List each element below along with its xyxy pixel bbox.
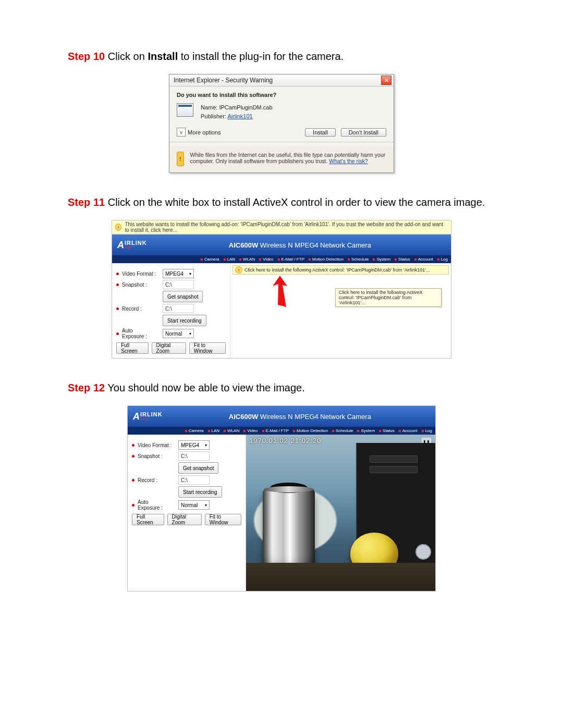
full-screen-button[interactable]: Full Screen [132,514,164,525]
camera-title: AIC600W Wireless N MPEG4 Network Camera [170,413,430,421]
camera-image: 1970.01.02 21:02:20 ❚❚ ■ ◎ [246,435,435,591]
nav-schedule[interactable]: Schedule [332,428,353,433]
nav-wlan[interactable]: WLAN [224,428,239,433]
nav-motion[interactable]: Motion Detection [309,257,344,262]
more-options[interactable]: v More options [177,128,221,137]
scene-steel-mug [263,488,315,576]
camera-nav: Camera LAN WLAN Video E-Mail / FTP Motio… [128,427,435,435]
activex-install-bar-text: This website wants to install the follow… [125,221,448,233]
full-screen-button[interactable]: Full Screen [116,342,149,354]
nav-video[interactable]: Video [259,257,273,262]
camera-ui-live: A IRLINK 101 AIC600W Wireless N MPEG4 Ne… [127,405,436,591]
nav-log[interactable]: Log [422,428,432,433]
nav-camera[interactable]: Camera [201,257,219,262]
activex-install-bar[interactable]: ! This website wants to install the foll… [112,220,451,235]
nav-wlan[interactable]: WLAN [239,257,255,262]
nav-lan[interactable]: LAN [224,257,236,262]
auto-exposure-label: AutoExposure : [138,499,175,511]
dialog-question: Do you want to install this software? [177,92,386,98]
step11-text: Step 11 Click on the white box to instal… [68,194,495,211]
file-icon [177,103,193,117]
activex-mini-bar[interactable]: ! Click here to install the following Ac… [232,265,449,275]
scene-lemon [350,533,398,575]
camera-sidebar: Video Format : MPEG4 Snapshot : C:\ Get … [128,435,246,591]
nav-account[interactable]: Account [399,428,418,433]
dialog-titlebar: Internet Explorer - Security Warning ✕ [169,75,394,87]
airlink-logo: A IRLINK 101 [117,240,147,251]
nav-status[interactable]: Status [395,257,410,262]
camera-timestamp: 1970.01.02 21:02:20 [249,437,321,445]
dialog-close-button[interactable]: ✕ [381,76,391,85]
dont-install-button[interactable]: Don't Install [341,128,386,137]
digital-zoom-button[interactable]: Digital Zoom [167,514,202,525]
info-icon: ! [115,224,121,231]
step12-label: Step 12 [68,382,105,393]
ie-security-warning-dialog: Internet Explorer - Security Warning ✕ D… [169,74,394,173]
more-options-label: More options [188,129,221,135]
whats-the-risk-link[interactable]: What's the risk? [329,158,368,164]
nav-video[interactable]: Video [243,428,258,433]
snapshot-label: Snapshot : [138,453,175,459]
nav-email-ftp[interactable]: E-Mail / FTP [278,257,304,262]
step12-text: Step 12 You should now be able to view t… [68,379,495,396]
dialog-title-text: Internet Explorer - Security Warning [174,77,273,84]
snapshot-path[interactable]: C:\ [163,280,194,289]
activex-tooltip: Click here to install the following Acti… [335,288,442,307]
video-format-label: Video Format : [138,442,175,448]
publisher-link[interactable]: Airlink101 [227,113,252,119]
record-label: Record : [122,306,160,312]
nav-email-ftp[interactable]: E-Mail / FTP [262,428,289,433]
start-recording-button[interactable]: Start recording [163,315,206,326]
record-label: Record : [138,477,175,483]
start-recording-button[interactable]: Start recording [178,486,222,498]
get-snapshot-button[interactable]: Get snapshot [178,462,218,474]
camera-header: A IRLINK 101 AIC600W Wireless N MPEG4 Ne… [128,406,435,427]
camera-title: AIC600W Wireless N MPEG4 Network Camera [154,241,446,249]
camera-nav: Camera LAN WLAN Video E-Mail / FTP Motio… [112,255,451,263]
record-path[interactable]: C:\ [178,475,210,485]
auto-exposure-select[interactable]: Normal [178,500,210,510]
auto-exposure-label: AutoExposure : [122,328,160,339]
nav-log[interactable]: Log [437,257,448,262]
nav-camera[interactable]: Camera [185,428,203,433]
auto-exposure-select[interactable]: Normal [163,329,194,338]
name-label: Name: [201,104,217,110]
scene-pc-tower [356,443,435,591]
camera-viewport-empty[interactable]: ! Click here to install the following Ac… [230,263,451,358]
install-button[interactable]: Install [305,128,336,137]
step10-text: Step 10 Click on Install to install the … [68,48,495,65]
nav-motion[interactable]: Motion Detection [293,428,328,433]
name-value: IPCamPluginDM.cab [219,104,272,110]
video-format-label: Video Format : [122,271,160,277]
close-icon: ✕ [384,77,389,84]
video-format-select[interactable]: MPEG4 [163,269,194,278]
dialog-warning-text: While files from the Internet can be use… [190,152,386,164]
video-format-select[interactable]: MPEG4 [178,440,210,450]
camera-ui-preinstall: ! This website wants to install the foll… [112,220,451,359]
get-snapshot-button[interactable]: Get snapshot [163,291,203,302]
svg-marker-0 [273,276,287,307]
airlink-logo: A IRLINK 101 [133,411,163,422]
fit-to-window-button[interactable]: Fit to Window [205,514,241,525]
record-path[interactable]: C:\ [163,304,194,313]
camera-viewport-live: 1970.01.02 21:02:20 ❚❚ ■ ◎ [246,435,435,591]
chevron-down-icon: v [177,128,186,137]
nav-account[interactable]: Account [414,257,433,262]
info-icon: ! [235,266,242,274]
nav-system[interactable]: System [357,428,375,433]
nav-lan[interactable]: LAN [208,428,220,433]
nav-status[interactable]: Status [379,428,395,433]
step11-label: Step 11 [68,196,105,208]
nav-schedule[interactable]: Schedule [348,257,369,262]
nav-system[interactable]: System [373,257,390,262]
camera-header: A IRLINK 101 AIC600W Wireless N MPEG4 Ne… [112,235,451,255]
camera-sidebar: Video Format : MPEG4 Snapshot : C:\ Get … [112,263,230,358]
publisher-label: Publisher: [201,113,226,119]
step10-label: Step 10 [68,51,105,62]
snapshot-path[interactable]: C:\ [178,451,210,461]
digital-zoom-button[interactable]: Digital Zoom [152,342,186,354]
fit-to-window-button[interactable]: Fit to Window [189,342,226,354]
snapshot-label: Snapshot : [122,282,160,288]
shield-icon: ! [177,152,184,166]
